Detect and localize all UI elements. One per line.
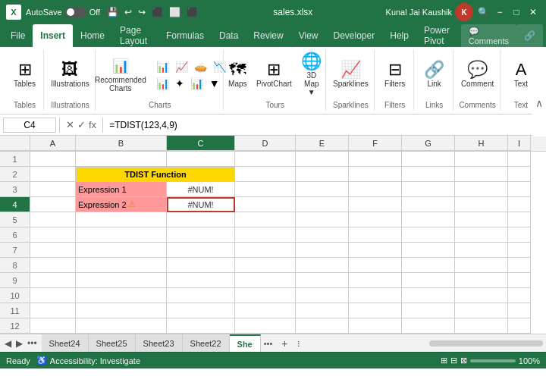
cell-reference-box[interactable] [3,118,56,133]
row-num-2[interactable]: 2 [0,167,30,182]
autosave-toggle[interactable] [65,7,86,17]
cell-g4[interactable] [402,197,455,212]
cell-f9[interactable] [349,273,402,288]
row-num-8[interactable]: 8 [0,258,30,273]
view-page-break-icon[interactable]: ⊠ [460,356,467,365]
cell-e10[interactable] [296,288,349,303]
cell-c12[interactable] [167,318,235,334]
tab-comments[interactable]: 💬 Comments [461,24,516,47]
cell-a2[interactable] [30,167,76,182]
save-icon[interactable]: 💾 [105,5,121,19]
scatter-chart-button[interactable]: ✦ [173,76,187,91]
cell-g2[interactable] [402,167,455,182]
cell-i8[interactable] [508,258,531,273]
cell-b9[interactable] [76,273,167,288]
view-layout-icon[interactable]: ⊟ [450,356,457,365]
cell-i4[interactable] [508,197,531,212]
illustrations-button[interactable]: 🖼 Illustrations [48,60,93,89]
line-chart-button[interactable]: 📈 [173,59,190,74]
cell-h4[interactable] [455,197,508,212]
row-num-10[interactable]: 10 [0,288,30,303]
more-tools-icon[interactable]: ⬛ [149,5,165,19]
cell-f7[interactable] [349,243,402,258]
cell-a11[interactable] [30,303,76,318]
cell-h1[interactable] [455,152,508,167]
cell-i3[interactable] [508,182,531,197]
cell-f1[interactable] [349,152,402,167]
cell-d3[interactable] [235,182,296,197]
cell-b5[interactable] [76,212,167,227]
cell-e9[interactable] [296,273,349,288]
cell-h8[interactable] [455,258,508,273]
cell-f5[interactable] [349,212,402,227]
cell-i11[interactable] [508,303,531,318]
tab-developer[interactable]: Developer [326,24,383,47]
col-header-g[interactable]: G [402,136,455,151]
column-chart-button[interactable]: 📊 [154,59,171,74]
cell-g8[interactable] [402,258,455,273]
cell-c8[interactable] [167,258,235,273]
cell-b8[interactable] [76,258,167,273]
cell-c7[interactable] [167,243,235,258]
cell-e8[interactable] [296,258,349,273]
tab-power-pivot[interactable]: Power Pivot [416,24,461,47]
cell-b11[interactable] [76,303,167,318]
confirm-formula-icon[interactable]: ✓ [77,119,86,130]
share-button[interactable]: 🔗 [516,24,543,47]
cell-a10[interactable] [30,288,76,303]
col-header-b[interactable]: B [76,136,167,151]
row-num-11[interactable]: 11 [0,303,30,318]
maximize-button[interactable]: □ [510,5,523,19]
tab-view[interactable]: View [291,24,326,47]
cell-f10[interactable] [349,288,402,303]
sheet-next-button[interactable]: ▶ [14,338,24,349]
cell-h7[interactable] [455,243,508,258]
3dmap-button[interactable]: 🌐 3DMap ▼ [297,52,326,98]
cell-c1[interactable] [167,152,235,167]
sheet-tab-she[interactable]: She [230,334,261,352]
cell-a4[interactable] [30,197,76,212]
cell-h11[interactable] [455,303,508,318]
extra-icon[interactable]: ⬛ [184,5,200,19]
cell-b10[interactable] [76,288,167,303]
cell-e7[interactable] [296,243,349,258]
tab-review[interactable]: Review [246,24,290,47]
cell-g7[interactable] [402,243,455,258]
col-header-h[interactable]: H [455,136,508,151]
cell-e5[interactable] [296,212,349,227]
cancel-formula-icon[interactable]: ✕ [66,119,74,130]
close-button[interactable]: ✕ [526,5,540,19]
cell-d12[interactable] [235,318,296,334]
cell-i2[interactable] [508,167,531,182]
cell-g12[interactable] [402,318,455,334]
cell-h6[interactable] [455,227,508,243]
sheet-tab-overflow[interactable]: ••• [261,334,276,352]
col-header-d[interactable]: D [235,136,296,151]
cell-h10[interactable] [455,288,508,303]
col-header-a[interactable]: A [30,136,76,151]
cell-a12[interactable] [30,318,76,334]
cell-a8[interactable] [30,258,76,273]
comment-button[interactable]: 💬 Comment [458,60,497,89]
cell-c4[interactable]: #NUM! [167,197,235,212]
cell-h5[interactable] [455,212,508,227]
cell-e3[interactable] [296,182,349,197]
cell-c6[interactable] [167,227,235,243]
cell-f11[interactable] [349,303,402,318]
cell-e12[interactable] [296,318,349,334]
row-num-4[interactable]: 4 [0,197,30,212]
tab-data[interactable]: Data [212,24,246,47]
link-button[interactable]: 🔗 Link [421,60,448,89]
cell-d2[interactable] [235,167,296,182]
cell-g5[interactable] [402,212,455,227]
row-num-3[interactable]: 3 [0,182,30,197]
pie-chart-button[interactable]: 🥧 [192,59,209,74]
cell-d6[interactable] [235,227,296,243]
cell-h12[interactable] [455,318,508,334]
cell-i12[interactable] [508,318,531,334]
cell-g9[interactable] [402,273,455,288]
cell-f8[interactable] [349,258,402,273]
cell-d10[interactable] [235,288,296,303]
cell-g11[interactable] [402,303,455,318]
cell-a1[interactable] [30,152,76,167]
